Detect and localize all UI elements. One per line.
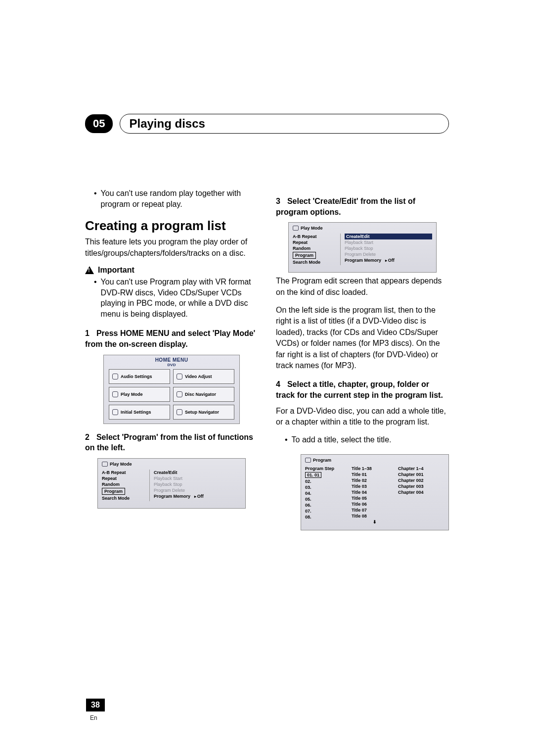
menu-label: Initial Settings: [121, 410, 151, 415]
table-row[interactable]: Title 01: [352, 472, 398, 477]
bullet-icon: [94, 188, 97, 209]
menu-item-setup-navigator[interactable]: Setup Navigator: [173, 405, 234, 420]
step-4-heading: 4Select a title, chapter, group, folder …: [276, 379, 449, 400]
important-note: You can't use Program play with VR forma…: [94, 277, 258, 319]
menu-item-play-mode[interactable]: Play Mode: [109, 387, 170, 402]
bullet-text: To add a title, select the title.: [292, 434, 392, 445]
page-number-badge: 38: [86, 699, 105, 711]
paragraph-layout-desc: On the left side is the program list, th…: [276, 305, 449, 371]
step-2-text: Select 'Program' from the list of functi…: [85, 433, 253, 452]
table-row[interactable]: Title 08: [352, 513, 398, 519]
chapter-header: 05 Playing discs: [85, 114, 449, 134]
step-4-text: Select a title, chapter, group, folder o…: [276, 380, 443, 399]
step-3-text: Select 'Create/Edit' from the list of pr…: [276, 197, 415, 216]
col-header: Chapter 1–4: [398, 466, 445, 472]
table-row[interactable]: Title 02: [352, 477, 398, 483]
step-number-2: 2: [85, 433, 89, 441]
list-item[interactable]: Repeat: [102, 475, 149, 481]
chapter-title: Playing discs: [129, 117, 205, 131]
table-row[interactable]: 02.: [305, 478, 352, 484]
step-number-4: 4: [276, 380, 280, 388]
menu-item-initial-settings[interactable]: Initial Settings: [109, 405, 170, 420]
table-row[interactable]: 01. 01: [305, 472, 352, 478]
table-row[interactable]: Chapter 004: [398, 489, 445, 495]
list-item-selected[interactable]: Program: [293, 251, 340, 259]
table-row[interactable]: 04.: [305, 490, 352, 496]
chapter-number-badge: 05: [85, 114, 113, 133]
program-icon: [305, 458, 311, 463]
right-item: Playback Stop: [345, 245, 432, 251]
list-item[interactable]: Repeat: [293, 239, 340, 245]
right-item: Playback Start: [154, 475, 241, 481]
note-text: You can't use random play together with …: [101, 188, 258, 209]
list-item[interactable]: Search Mode: [293, 259, 340, 265]
play-mode-screenshot-1: Play Mode A-B Repeat Repeat Random Progr…: [97, 458, 246, 509]
list-item[interactable]: Random: [102, 481, 149, 487]
table-row[interactable]: Title 04: [352, 489, 398, 495]
setup-icon: [177, 409, 182, 415]
right-item: Playback Start: [345, 239, 432, 245]
menu-label: Setup Navigator: [185, 410, 219, 415]
scroll-down-icon[interactable]: ⬇: [352, 519, 398, 525]
chapter-title-pill: Playing discs: [120, 114, 449, 134]
step-1-text: Press HOME MENU and select 'Play Mode' f…: [85, 329, 255, 348]
list-item[interactable]: Random: [293, 245, 340, 251]
right-item[interactable]: Program Memory Off: [154, 493, 241, 499]
program-title: Program: [305, 458, 445, 463]
table-row[interactable]: Title 06: [352, 501, 398, 507]
paragraph-dvd-video: For a DVD-Video disc, you can add a whol…: [276, 406, 449, 428]
table-row[interactable]: 05.: [305, 496, 352, 502]
section-title-creating-program-list: Creating a program list: [85, 218, 258, 234]
menu-label: Audio Settings: [121, 374, 152, 379]
step-1-heading: 1Press HOME MENU and select 'Play Mode' …: [85, 328, 258, 349]
right-item[interactable]: Program Memory Off: [345, 257, 432, 263]
table-row[interactable]: 06.: [305, 502, 352, 508]
step-number-1: 1: [85, 329, 89, 337]
list-item[interactable]: A-B Repeat: [102, 470, 149, 475]
bullet-icon: [285, 434, 288, 445]
list-item[interactable]: A-B Repeat: [293, 234, 340, 239]
playmode-icon: [102, 462, 108, 467]
table-row[interactable]: 08.: [305, 514, 352, 520]
left-column: You can't use random play together with …: [85, 188, 258, 533]
table-row[interactable]: 03.: [305, 484, 352, 490]
important-text: You can't use Program play with VR forma…: [101, 277, 258, 319]
right-item: Program Delete: [154, 487, 241, 493]
menu-item-audio-settings[interactable]: Audio Settings: [109, 369, 170, 384]
home-menu-subtitle: DVD: [104, 363, 239, 367]
table-row[interactable]: 07.: [305, 508, 352, 514]
right-column: 3Select 'Create/Edit' from the list of p…: [276, 188, 449, 533]
page-language-label: En: [90, 714, 97, 721]
step-number-3: 3: [276, 197, 280, 205]
list-item-selected[interactable]: Program: [102, 487, 149, 495]
bullet-add-title: To add a title, select the title.: [285, 434, 449, 445]
video-icon: [177, 374, 182, 379]
program-screenshot: Program Program Step 01. 01 02. 03. 04. …: [301, 454, 449, 530]
table-row[interactable]: Chapter 002: [398, 477, 445, 483]
play-mode-title: Play Mode: [102, 462, 241, 467]
right-item-selected[interactable]: Create/Edit: [345, 234, 432, 239]
important-heading: Important: [85, 266, 258, 275]
table-row[interactable]: Title 07: [352, 507, 398, 513]
section-intro: This feature lets you program the play o…: [85, 236, 258, 259]
play-mode-screenshot-2: Play Mode A-B Repeat Repeat Random Progr…: [288, 222, 437, 273]
table-row[interactable]: Title 05: [352, 495, 398, 501]
menu-item-disc-navigator[interactable]: Disc Navigator: [173, 387, 234, 402]
right-item[interactable]: Create/Edit: [154, 470, 241, 475]
menu-label: Video Adjust: [185, 374, 212, 379]
table-row[interactable]: Chapter 003: [398, 483, 445, 489]
playmode-icon: [293, 226, 299, 231]
step-2-heading: 2Select 'Program' from the list of funct…: [85, 432, 258, 453]
panel-title-label: Program: [313, 458, 331, 463]
warning-icon: [85, 266, 94, 274]
menu-label: Disc Navigator: [185, 392, 216, 397]
table-row[interactable]: Title 03: [352, 483, 398, 489]
program-col-chapters: Chapter 1–4 Chapter 001 Chapter 002 Chap…: [398, 466, 445, 525]
audio-icon: [112, 374, 118, 379]
panel-title-label: Play Mode: [301, 226, 323, 231]
play-mode-title: Play Mode: [293, 226, 432, 231]
table-row[interactable]: Chapter 001: [398, 472, 445, 477]
right-item: Playback Stop: [154, 481, 241, 487]
menu-item-video-adjust[interactable]: Video Adjust: [173, 369, 234, 384]
list-item[interactable]: Search Mode: [102, 495, 149, 501]
